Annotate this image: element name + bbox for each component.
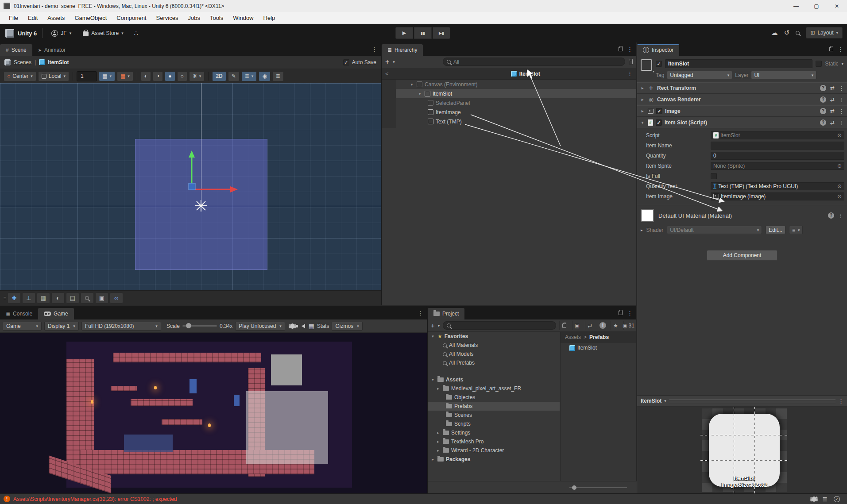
close-button[interactable]: ✕	[827, 0, 847, 12]
component-canvas-renderer[interactable]: ▸ ◎ Canvas Renderer ? ⇄ ⋮	[637, 94, 847, 105]
thumbnail-zoom-slider[interactable]	[569, 487, 627, 488]
folder-settings[interactable]: ▸ Settings	[428, 428, 560, 437]
preset-icon[interactable]: ⇄	[830, 96, 835, 103]
back-arrow-button[interactable]: <	[385, 70, 389, 77]
anchor-tool-button[interactable]: ⊥	[22, 292, 35, 304]
script-object-field[interactable]: # ItemSlot ⊙	[711, 131, 844, 139]
component-item-slot-script[interactable]: ▾ # ✓ Item Slot (Script) ? ⇄ ⋮	[637, 117, 847, 128]
chevron-down-icon[interactable]: ▾	[438, 323, 440, 328]
scale-slider[interactable]	[182, 325, 217, 327]
is-full-checkbox[interactable]	[711, 173, 717, 179]
scene-visibility-toggle[interactable]: ◉	[259, 71, 270, 81]
undo-history-button[interactable]: ↺	[784, 29, 790, 37]
auto-save-checkbox[interactable]: ✓	[343, 59, 349, 65]
importance-icon[interactable]: !	[598, 321, 607, 330]
keyboard-icon[interactable]: ▦	[309, 323, 314, 330]
assets-root[interactable]: ▾ Assets	[428, 375, 560, 384]
material-menu-icon[interactable]: ⋮	[838, 212, 843, 219]
menu-jobs[interactable]: Jobs	[183, 13, 204, 23]
tree-item-itemimage[interactable]: ItemImage	[382, 108, 636, 117]
expander-icon[interactable]: ▸	[640, 97, 645, 102]
tab-console[interactable]: ≣ Console	[0, 308, 38, 319]
hidden-count-toggle[interactable]: ◉ 31	[623, 321, 633, 330]
expander-icon[interactable]: ▾	[640, 120, 645, 125]
orientation-dropdown[interactable]: Local ▾	[38, 71, 69, 81]
quantity-text-object-field[interactable]: T Text (TMP) (Text Mesh Pro UGUI) ⊙	[711, 182, 844, 190]
fav-all-prefabs[interactable]: All Prefabs	[428, 358, 560, 367]
preset-icon[interactable]: ⇄	[830, 85, 835, 91]
debug-bug-icon[interactable]	[290, 323, 294, 329]
minimize-button[interactable]: —	[786, 0, 806, 12]
object-picker-icon[interactable]: ⊙	[837, 163, 842, 169]
lock-icon[interactable]	[619, 311, 623, 315]
box-select-tool-button[interactable]: ▤	[66, 292, 79, 304]
expander-icon[interactable]: ▸	[436, 431, 441, 435]
component-menu-icon[interactable]: ⋮	[839, 96, 844, 103]
tree-item-texttmp[interactable]: Text (TMP)	[382, 117, 636, 126]
menu-file[interactable]: File	[4, 13, 23, 23]
script-enabled-checkbox[interactable]: ✓	[656, 119, 662, 126]
tree-item-itemslot[interactable]: ▾ ItemSlot	[382, 89, 636, 98]
packages-root[interactable]: ▸ Packages	[428, 455, 560, 464]
account-dropdown[interactable]: JF ▾	[48, 30, 75, 37]
cache-server-icon[interactable]: ≣	[822, 496, 828, 503]
preview-menu-icon[interactable]: ⋮	[838, 398, 844, 404]
item-name-input[interactable]	[711, 142, 844, 150]
static-dropdown-icon[interactable]: ▾	[841, 62, 843, 66]
menu-tools[interactable]: Tools	[205, 13, 228, 23]
breadcrumb-scenes[interactable]: Scenes	[14, 59, 31, 65]
tab-project[interactable]: Project	[428, 308, 464, 319]
layers-dropdown[interactable]: ≣ ▾	[241, 71, 257, 81]
help-icon[interactable]: ?	[828, 212, 834, 219]
favorites-filter-icon[interactable]: ★	[611, 321, 620, 330]
help-icon[interactable]: ?	[820, 85, 826, 91]
expander-icon[interactable]: ▸	[436, 448, 441, 453]
menu-edit[interactable]: Edit	[23, 13, 42, 23]
game-viewport[interactable]	[0, 333, 427, 494]
image-enabled-checkbox[interactable]: ✓	[656, 108, 662, 114]
sphere-tool-button[interactable]: ◐	[51, 292, 65, 304]
open-search-window-icon[interactable]	[559, 321, 569, 330]
breadcrumb-assets[interactable]: Assets	[565, 334, 581, 340]
stats-button[interactable]: Stats	[317, 323, 329, 329]
folder-scenes[interactable]: Scenes	[428, 411, 560, 419]
scale-slider-knob[interactable]	[186, 323, 191, 328]
tab-hierarchy[interactable]: ≣ Hierarchy	[382, 44, 423, 56]
folder-medieval[interactable]: ▸ Medieval_pixel_art_asset_FR	[428, 384, 560, 393]
tab-inspector[interactable]: i Inspector	[637, 44, 679, 56]
preset-icon[interactable]: ⇄	[830, 108, 835, 114]
snap-settings-dropdown[interactable]: ▦ ▾	[117, 71, 133, 81]
menu-gameobject[interactable]: GameObject	[70, 13, 111, 23]
zoom-slider-knob[interactable]	[572, 485, 576, 490]
pause-button[interactable]: ▮▮	[414, 27, 432, 39]
gameobject-name-field[interactable]: ItemSlot	[665, 59, 812, 68]
favorites-root[interactable]: ▾ ★ Favorites	[428, 332, 560, 341]
gizmo-edit-button[interactable]: ✎	[228, 71, 240, 81]
help-icon[interactable]: ?	[820, 108, 826, 114]
cloud-button[interactable]: ☁	[771, 29, 778, 37]
preset-icon[interactable]: ⇄	[830, 119, 835, 126]
grid-visibility-dropdown[interactable]: ▦ ▾	[99, 71, 115, 81]
component-rect-transform[interactable]: ▸ ✛ Rect Transform ? ⇄ ⋮	[637, 82, 847, 94]
expander-icon[interactable]: ▾	[417, 92, 422, 96]
filter-by-type-icon[interactable]: ▣	[572, 321, 582, 330]
add-component-button[interactable]: Add Component	[707, 250, 777, 261]
search-filter-icon[interactable]	[629, 60, 633, 64]
expander-icon[interactable]: ▸	[641, 228, 643, 232]
item-sprite-object-field[interactable]: None (Sprite) ⊙	[711, 162, 844, 170]
project-menu-icon[interactable]: ⋮	[627, 310, 633, 316]
help-icon[interactable]: ?	[820, 119, 826, 126]
quantity-input[interactable]: 0	[711, 152, 844, 160]
lighting-toggle[interactable]: ●	[165, 71, 175, 81]
asset-itemslot[interactable]: ItemSlot	[561, 342, 636, 353]
display-dropdown[interactable]: Display 1 ▾	[44, 322, 79, 331]
play-focus-dropdown[interactable]: Play Unfocused ▾	[235, 322, 285, 331]
expander-icon[interactable]: ▾	[409, 82, 414, 87]
menu-assets[interactable]: Assets	[43, 13, 69, 23]
expander-icon[interactable]: ▸	[640, 109, 645, 113]
component-menu-icon[interactable]: ⋮	[839, 108, 844, 115]
play-button[interactable]: ▶	[395, 27, 413, 39]
version-control-button[interactable]: ∴	[131, 30, 142, 37]
layout-dropdown[interactable]: ⊞ Layout ▾	[806, 27, 843, 38]
pivot-mode-dropdown[interactable]: ○ Center ▾	[4, 71, 36, 81]
